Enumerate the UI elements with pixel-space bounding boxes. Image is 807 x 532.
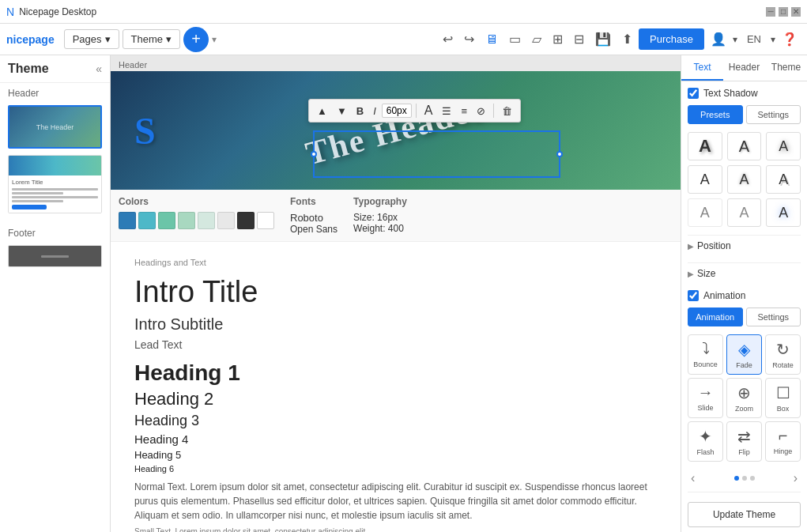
fonts-column: Fonts Roboto Open Sans (290, 196, 338, 235)
text-shadow-checkbox[interactable] (688, 88, 699, 99)
header-thumbnail[interactable]: The Header (8, 105, 102, 149)
list-button[interactable]: ☰ (438, 104, 455, 119)
language-selector[interactable]: EN (741, 30, 767, 48)
save-button[interactable]: 💾 (592, 28, 614, 50)
position-section-header[interactable]: ▶ Position (688, 235, 801, 256)
text-style-item[interactable]: A (688, 132, 722, 160)
flash-label: Flash (696, 448, 714, 456)
theme-settings-section: Colors Fonts Roboto (111, 190, 681, 242)
normal-text[interactable]: Normal Text. Lorem ipsum dolor sit amet,… (134, 480, 657, 523)
update-theme-button[interactable]: Update Theme (688, 502, 801, 527)
upload-button[interactable]: ⬆ (619, 28, 635, 50)
animation-grid: ⤵ Bounce ◈ Fade ↻ Rotate → Slide ⊕ Zoo (688, 334, 801, 462)
italic-button[interactable]: I (369, 104, 380, 119)
color-swatch[interactable] (237, 212, 255, 229)
tab-text[interactable]: Text (681, 55, 723, 81)
rotate-animation[interactable]: ↻ Rotate (765, 334, 801, 375)
color-swatch[interactable] (158, 212, 175, 229)
help-button[interactable]: ❓ (779, 28, 801, 50)
size-section-header[interactable]: ▶ Size (688, 262, 801, 284)
minimize-button[interactable]: ─ (766, 7, 775, 17)
animation-button[interactable]: Animation (688, 308, 743, 326)
color-swatch[interactable] (138, 212, 156, 229)
slide-animation[interactable]: → Slide (688, 378, 723, 418)
undo-button[interactable]: ↩ (439, 28, 456, 50)
resize-handle-left[interactable] (311, 151, 317, 157)
page-line (12, 200, 63, 202)
tab-header[interactable]: Header (723, 55, 765, 81)
desktop-view-button[interactable]: 🖥 (482, 29, 501, 50)
nav-prev-button[interactable]: ‹ (688, 468, 698, 489)
tablet-view-button[interactable]: ▭ (506, 28, 524, 50)
format-button[interactable]: ⊘ (473, 104, 489, 119)
canvas-area[interactable]: ▲ ▼ B I A ☰ ≡ ⊘ 🗑 Header S The Header (111, 55, 681, 532)
presets-button[interactable]: Presets (688, 105, 743, 124)
flash-animation[interactable]: ✦ Flash (688, 421, 723, 462)
bounce-animation[interactable]: ⤵ Bounce (688, 334, 723, 375)
headings-section-label: Headings and Text (134, 258, 657, 267)
lang-dropdown[interactable]: ▾ (771, 34, 775, 45)
color-swatch[interactable] (217, 212, 235, 229)
layout-button[interactable]: ⊞ (549, 28, 566, 50)
zoom-animation[interactable]: ⊕ Zoom (726, 378, 762, 418)
fade-animation[interactable]: ◈ Fade (726, 334, 762, 375)
theme-menu-button[interactable]: Theme ▾ (123, 29, 180, 49)
tab-theme[interactable]: Theme (765, 55, 807, 81)
heading-2[interactable]: Heading 2 (134, 389, 657, 409)
size-expand-icon: ▶ (688, 270, 694, 278)
nav-next-button[interactable]: › (790, 468, 801, 489)
mobile-view-button[interactable]: ▱ (529, 28, 545, 50)
heading-5[interactable]: Heading 5 (134, 449, 657, 461)
resize-handle-right[interactable] (556, 151, 563, 157)
color-swatch[interactable] (119, 212, 136, 229)
pages-menu-button[interactable]: Pages ▾ (64, 29, 119, 49)
footer-thumbnail[interactable] (8, 245, 102, 267)
presets-settings-row: Presets Settings (688, 105, 801, 124)
animation-settings-button[interactable]: Settings (746, 308, 801, 326)
text-style-item[interactable]: A (688, 198, 722, 227)
intro-subtitle[interactable]: Intro Subtitle (134, 315, 657, 334)
font-size-input[interactable] (382, 104, 412, 118)
hinge-animation[interactable]: ⌐ Hinge (765, 421, 801, 462)
heading-4[interactable]: Heading 4 (134, 432, 657, 446)
text-style-item[interactable]: A (766, 165, 801, 194)
heading-3[interactable]: Heading 3 (134, 413, 657, 429)
text-style-item[interactable]: A (727, 198, 762, 227)
color-swatch[interactable] (178, 212, 195, 229)
list-item[interactable]: Lorem Title (8, 155, 102, 213)
canvas-header-label: Header (111, 55, 681, 71)
maximize-button[interactable]: □ (779, 7, 788, 17)
animation-checkbox[interactable] (688, 290, 699, 301)
delete-button[interactable]: 🗑 (498, 104, 516, 119)
text-style-item[interactable]: A (766, 198, 801, 227)
heading-6[interactable]: Heading 6 (134, 464, 657, 474)
account-icon[interactable]: 👤 (707, 28, 730, 50)
account-dropdown[interactable]: ▾ (733, 34, 737, 45)
flip-animation[interactable]: ⇄ Flip (726, 421, 762, 462)
align-down-button[interactable]: ▼ (333, 104, 351, 119)
redo-button[interactable]: ↪ (461, 28, 477, 50)
intro-title[interactable]: Intro Title (134, 275, 657, 309)
add-dropdown-icon[interactable]: ▾ (212, 34, 217, 45)
ordered-list-button[interactable]: ≡ (457, 104, 471, 119)
lead-text[interactable]: Lead Text (134, 338, 657, 351)
close-button[interactable]: ✕ (791, 7, 801, 17)
grid-button[interactable]: ⊟ (571, 28, 587, 50)
add-button[interactable]: + (183, 27, 209, 52)
text-style-item[interactable]: A (766, 132, 801, 160)
collapse-sidebar-button[interactable]: « (96, 62, 102, 75)
canvas-header-image[interactable]: S The Header (111, 71, 681, 190)
text-style-item[interactable]: A (727, 132, 762, 160)
settings-button[interactable]: Settings (746, 105, 801, 124)
text-style-item[interactable]: A (727, 165, 762, 194)
color-swatch[interactable] (257, 212, 274, 229)
heading-1[interactable]: Heading 1 (134, 360, 657, 386)
color-swatch[interactable] (198, 212, 215, 229)
purchase-button[interactable]: Purchase (639, 28, 704, 50)
align-up-button[interactable]: ▲ (313, 104, 331, 119)
text-style-item[interactable]: A (688, 165, 722, 194)
box-animation[interactable]: ☐ Box (765, 378, 801, 418)
small-text[interactable]: Small Text. Lorem ipsum dolor sit amet, … (134, 527, 657, 532)
text-color-button[interactable]: A (420, 102, 437, 119)
bold-button[interactable]: B (353, 104, 368, 119)
